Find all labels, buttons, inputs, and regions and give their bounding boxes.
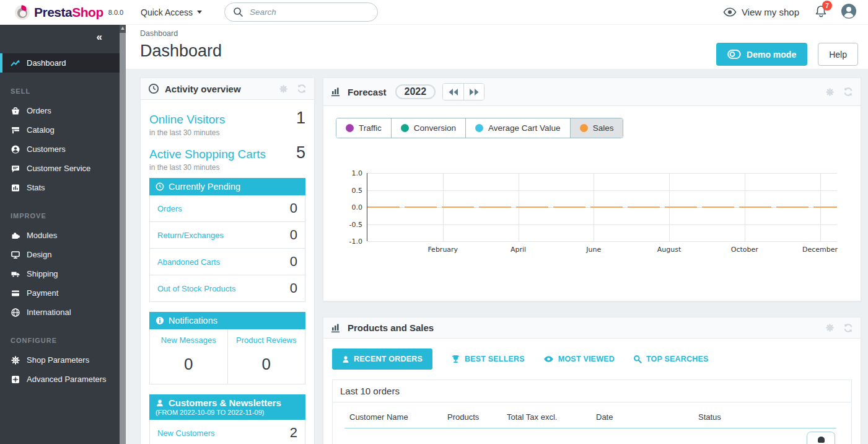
user-icon xyxy=(841,3,857,19)
sidebar-item-orders[interactable]: Orders xyxy=(0,101,126,120)
trending-up-icon xyxy=(11,58,20,68)
forecast-plot: 1.00.50.0-0.5-1.0FebruaryAprilJuneAugust… xyxy=(367,173,837,241)
customers-newsletters-header: Customers & Newsletters (FROM 2022-10-09… xyxy=(149,394,305,420)
notification-count-badge: 7 xyxy=(822,1,832,11)
activity-overview-panel: Activity overview Online Visitors 1 in t… xyxy=(140,78,315,444)
online-visitors-value: 1 xyxy=(296,109,305,128)
prestashop-mascot-icon xyxy=(15,5,30,20)
col-date: Date xyxy=(596,412,698,422)
last-orders-title: Last 10 orders xyxy=(333,380,851,402)
pending-row-orders: Orders 0 xyxy=(150,195,305,222)
topbar: PrestaShop 8.0.0 Quick Access View my sh… xyxy=(0,0,868,25)
product-reviews-cell: Product Reviews 0 xyxy=(227,329,305,384)
basket-icon xyxy=(11,106,20,116)
tab-top-searches[interactable]: TOP SEARCHES xyxy=(633,355,709,363)
person-icon xyxy=(342,355,349,363)
caret-down-icon xyxy=(197,11,202,14)
help-button[interactable]: Help xyxy=(818,43,858,66)
sidebar-section-sell: SELL xyxy=(0,73,126,101)
tab-average-cart-value[interactable]: Average Cart Value xyxy=(465,118,570,138)
eye-icon xyxy=(723,7,737,17)
tab-best-sellers[interactable]: BEST SELLERS xyxy=(451,355,525,363)
puzzle-icon xyxy=(11,231,20,241)
sidebar-item-design[interactable]: Design xyxy=(0,245,126,264)
tab-conversion[interactable]: Conversion xyxy=(391,118,465,138)
details-icon xyxy=(818,437,825,443)
pending-row-out-of-stock: Out of Stock Products 0 xyxy=(150,275,305,301)
tab-traffic[interactable]: Traffic xyxy=(336,118,391,138)
view-my-shop-link[interactable]: View my shop xyxy=(723,7,799,17)
settings-gear-icon[interactable] xyxy=(825,87,835,97)
tab-sales[interactable]: Sales xyxy=(570,118,623,138)
col-status: Status xyxy=(698,412,836,422)
active-carts-link[interactable]: Active Shopping Carts xyxy=(149,148,266,161)
search-icon xyxy=(233,7,243,20)
settings-gear-icon[interactable] xyxy=(279,84,288,94)
sidebar-item-stats[interactable]: Stats xyxy=(0,178,126,197)
order-details-button[interactable] xyxy=(807,432,835,444)
version-label: 8.0.0 xyxy=(108,9,123,16)
eye-icon xyxy=(543,355,554,363)
sidebar-item-dashboard[interactable]: Dashboard xyxy=(0,53,126,73)
prestashop-logo[interactable]: PrestaShop 8.0.0 xyxy=(0,5,126,20)
sidebar-item-customers[interactable]: Customers xyxy=(0,140,126,159)
sidebar-item-advanced-parameters[interactable]: Advanced Parameters xyxy=(0,370,126,389)
double-arrow-right-icon xyxy=(469,89,479,95)
notifications-bell[interactable]: 7 xyxy=(815,4,827,20)
sidebar-item-catalog[interactable]: Catalog xyxy=(0,120,126,140)
sidebar-item-modules[interactable]: Modules xyxy=(0,226,126,245)
credit-card-icon xyxy=(11,288,20,298)
online-visitors-caption: in the last 30 minutes xyxy=(149,128,305,137)
online-visitors-link[interactable]: Online Visitors xyxy=(149,113,225,127)
search-input[interactable] xyxy=(224,2,378,22)
toggle-icon xyxy=(727,49,741,60)
previous-year-button[interactable] xyxy=(443,84,463,100)
quick-access-dropdown[interactable]: Quick Access xyxy=(141,7,202,17)
products-panel-title: Products and Sales xyxy=(348,322,434,333)
gear-icon xyxy=(11,355,20,365)
active-carts-caption: in the last 30 minutes xyxy=(149,163,305,172)
gear-box-icon xyxy=(11,375,20,384)
forecast-metric-tabs: Traffic Conversion Average Cart Value xyxy=(336,118,623,138)
customers-date-range: (FROM 2022-10-09 TO 2022-11-09) xyxy=(156,409,299,416)
product-reviews-link[interactable]: Product Reviews xyxy=(230,335,303,345)
sidebar-item-shipping[interactable]: Shipping xyxy=(0,264,126,283)
chart-icon xyxy=(331,87,342,97)
scrollbar-up-arrow-icon[interactable]: ▲ xyxy=(120,25,126,33)
sidebar-collapse-button[interactable]: « xyxy=(97,32,102,42)
conversion-dot-icon xyxy=(401,124,409,132)
sidebar-section-improve: IMPROVE xyxy=(0,197,126,226)
refresh-icon[interactable] xyxy=(843,87,853,97)
sidebar-section-configure: CONFIGURE xyxy=(0,322,126,350)
refresh-icon[interactable] xyxy=(297,84,307,94)
globe-icon xyxy=(11,308,20,317)
breadcrumb[interactable]: Dashboard xyxy=(140,29,858,38)
sidebar-item-shop-parameters[interactable]: Shop Parameters xyxy=(0,350,126,370)
tab-most-viewed[interactable]: MOST VIEWED xyxy=(543,355,615,363)
new-customers-row: New Customers 2 xyxy=(150,420,305,444)
person-icon xyxy=(156,399,164,407)
store-icon xyxy=(11,125,20,135)
sidebar-item-international[interactable]: International xyxy=(0,303,126,322)
demo-mode-button[interactable]: Demo mode xyxy=(716,43,807,66)
settings-gear-icon[interactable] xyxy=(825,323,835,332)
last-orders-box: Last 10 orders Customer Name Products To… xyxy=(332,380,852,444)
brand-wordmark: PrestaShop xyxy=(34,5,103,20)
double-arrow-left-icon xyxy=(449,89,458,95)
clock-icon xyxy=(148,83,159,94)
page-header: Dashboard Dashboard Demo mode Help xyxy=(126,25,868,69)
refresh-icon[interactable] xyxy=(843,323,853,333)
truck-icon xyxy=(11,269,20,279)
new-messages-link[interactable]: New Messages xyxy=(152,335,225,345)
user-avatar[interactable] xyxy=(841,3,857,22)
sidebar: « Dashboard SELL Orders Catalog Customer… xyxy=(0,25,126,444)
trophy-icon xyxy=(451,355,460,363)
search-icon xyxy=(633,355,642,363)
tab-recent-orders[interactable]: RECENT ORDERS xyxy=(332,349,432,370)
sidebar-scrollbar[interactable]: ▲ xyxy=(120,25,126,444)
next-year-button[interactable] xyxy=(463,84,484,100)
sidebar-item-payment[interactable]: Payment xyxy=(0,283,126,303)
col-total-tax-excl: Total Tax excl. xyxy=(507,412,596,422)
sidebar-item-customer-service[interactable]: Customer Service xyxy=(0,159,126,178)
pending-row-abandoned-carts: Abandoned Carts 0 xyxy=(150,249,305,275)
